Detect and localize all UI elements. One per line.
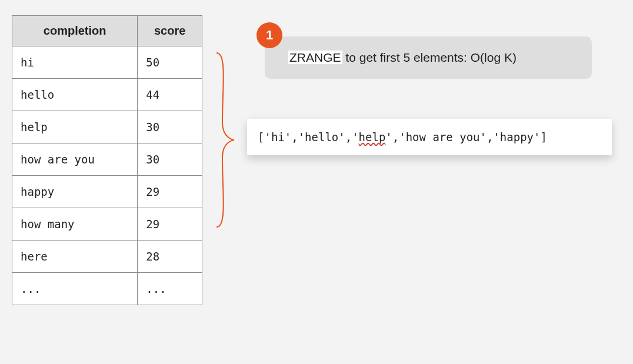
output-array: ['hi','hello','help','how are you','happ… <box>247 119 612 155</box>
col-header-completion: completion <box>12 16 138 46</box>
table-row: hello44 <box>12 79 202 111</box>
table-row: how many29 <box>12 208 202 241</box>
table-row: how are you30 <box>12 143 202 176</box>
curly-brace-icon <box>213 52 236 228</box>
table-row: happy29 <box>12 176 202 208</box>
col-header-score: score <box>138 16 202 46</box>
step-callout: 1 ZRANGE to get first 5 elements: O(log … <box>265 36 592 79</box>
table-row: hi50 <box>12 46 202 79</box>
command-name: ZRANGE <box>288 51 342 64</box>
step-number-badge: 1 <box>256 22 282 48</box>
spellcheck-underline: help <box>359 131 386 143</box>
table-row: help30 <box>12 111 202 143</box>
completion-score-table: completion score hi50 hello44 help30 how… <box>12 15 202 305</box>
table-row: ...... <box>12 273 202 305</box>
table-row: here28 <box>12 241 202 273</box>
step-description: to get first 5 elements: O(log K) <box>342 51 517 64</box>
